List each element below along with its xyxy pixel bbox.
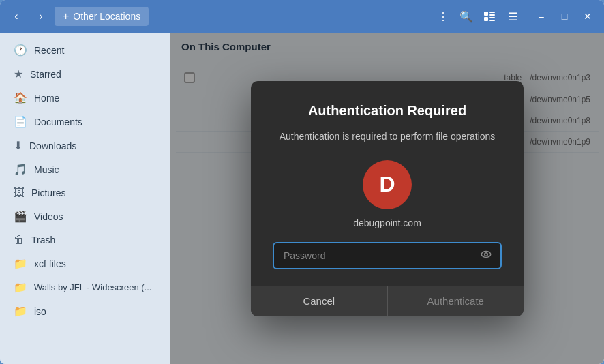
videos-icon: 🎬 (14, 210, 27, 223)
sidebar-label-iso: iso (34, 306, 46, 317)
music-icon: 🎵 (14, 163, 27, 176)
sidebar-label-home: Home (34, 93, 59, 104)
password-visibility-toggle[interactable] (477, 245, 495, 266)
authenticate-button[interactable]: Authenticate (387, 286, 524, 316)
sidebar-item-videos[interactable]: 🎬 Videos (3, 204, 168, 228)
sidebar-label-pictures: Pictures (31, 187, 66, 198)
sidebar-label-videos: Videos (34, 211, 63, 222)
pictures-icon: 🖼 (14, 187, 25, 199)
titlebar: ‹ › + Other Locations ⋮ 🔍 ☰ (0, 0, 604, 33)
sidebar-item-xcf-files[interactable]: 📁 xcf files (3, 252, 168, 275)
svg-rect-5 (489, 20, 495, 21)
sidebar-item-recent[interactable]: 🕐 Recent (3, 38, 168, 62)
other-locations-button[interactable]: + Other Locations (55, 7, 149, 26)
main-window: ‹ › + Other Locations ⋮ 🔍 ☰ (0, 0, 604, 364)
sidebar-item-documents[interactable]: 📄 Documents (3, 110, 168, 134)
home-icon: 🏠 (14, 91, 27, 104)
sidebar-label-starred: Starred (30, 69, 61, 80)
sidebar-label-xcf: xcf files (34, 258, 66, 269)
sidebar-label-recent: Recent (34, 45, 64, 56)
main-area: On This Computer table /dev/nvme0n1p3 /d… (170, 33, 604, 364)
sidebar-item-walls[interactable]: 📁 Walls by JFL - Widescreen (... (3, 275, 168, 299)
sidebar-label-walls: Walls by JFL - Widescreen (... (34, 282, 151, 292)
svg-rect-3 (484, 17, 488, 21)
svg-rect-4 (489, 17, 495, 18)
svg-point-7 (485, 252, 488, 256)
minimize-button[interactable]: – (530, 5, 552, 27)
sidebar-item-starred[interactable]: ★ Starred (3, 62, 168, 86)
iso-icon: 📁 (14, 305, 27, 318)
trash-icon: 🗑 (14, 234, 25, 246)
modal-overlay: Authentication Required Authentication i… (170, 33, 604, 364)
sidebar-label-music: Music (34, 164, 59, 175)
modal-body: Authentication Required Authentication i… (251, 81, 524, 269)
password-field-wrap (273, 242, 502, 269)
list-button[interactable]: ☰ (502, 5, 524, 27)
svg-point-6 (481, 251, 491, 257)
sidebar-item-downloads[interactable]: ⬇ Downloads (3, 134, 168, 157)
menu-dots-button[interactable]: ⋮ (432, 5, 454, 27)
sidebar: 🕐 Recent ★ Starred 🏠 Home 📄 Documents ⬇ … (0, 33, 170, 364)
svg-rect-0 (484, 12, 488, 16)
close-button[interactable]: ✕ (577, 5, 599, 27)
modal-title: Authentication Required (273, 103, 502, 119)
password-input[interactable] (273, 242, 502, 269)
modal-description: Authentication is required to perform fi… (273, 130, 502, 144)
window-controls: – □ ✕ (530, 5, 599, 27)
auth-dialog: Authentication Required Authentication i… (251, 81, 524, 316)
starred-icon: ★ (14, 67, 23, 80)
sidebar-label-documents: Documents (34, 117, 82, 127)
sidebar-item-pictures[interactable]: 🖼 Pictures (3, 181, 168, 204)
modal-footer: Cancel Authenticate (251, 286, 524, 316)
avatar: D (363, 160, 412, 209)
downloads-icon: ⬇ (14, 139, 22, 152)
maximize-button[interactable]: □ (554, 5, 575, 27)
titlebar-path: + Other Locations (55, 7, 429, 26)
recent-icon: 🕐 (14, 44, 27, 57)
titlebar-actions: ⋮ 🔍 ☰ (432, 5, 524, 27)
xcf-icon: 📁 (14, 257, 27, 270)
sidebar-item-iso[interactable]: 📁 iso (3, 299, 168, 323)
documents-icon: 📄 (14, 115, 27, 128)
search-button[interactable]: 🔍 (455, 5, 477, 27)
sidebar-label-trash: Trash (31, 234, 55, 245)
back-button[interactable]: ‹ (5, 5, 27, 27)
sidebar-item-home[interactable]: 🏠 Home (3, 86, 168, 110)
sidebar-item-trash[interactable]: 🗑 Trash (3, 228, 168, 252)
plus-icon: + (63, 10, 69, 22)
sidebar-item-music[interactable]: 🎵 Music (3, 157, 168, 181)
forward-button[interactable]: › (30, 5, 52, 27)
view-toggle-button[interactable] (479, 5, 500, 27)
content-area: 🕐 Recent ★ Starred 🏠 Home 📄 Documents ⬇ … (0, 33, 604, 364)
cancel-button[interactable]: Cancel (251, 286, 387, 316)
sidebar-label-downloads: Downloads (29, 140, 76, 151)
svg-rect-2 (489, 14, 495, 16)
walls-icon: 📁 (14, 281, 27, 294)
path-label: Other Locations (73, 11, 140, 22)
modal-username: debugpoint.com (273, 217, 502, 228)
svg-rect-1 (489, 12, 495, 13)
